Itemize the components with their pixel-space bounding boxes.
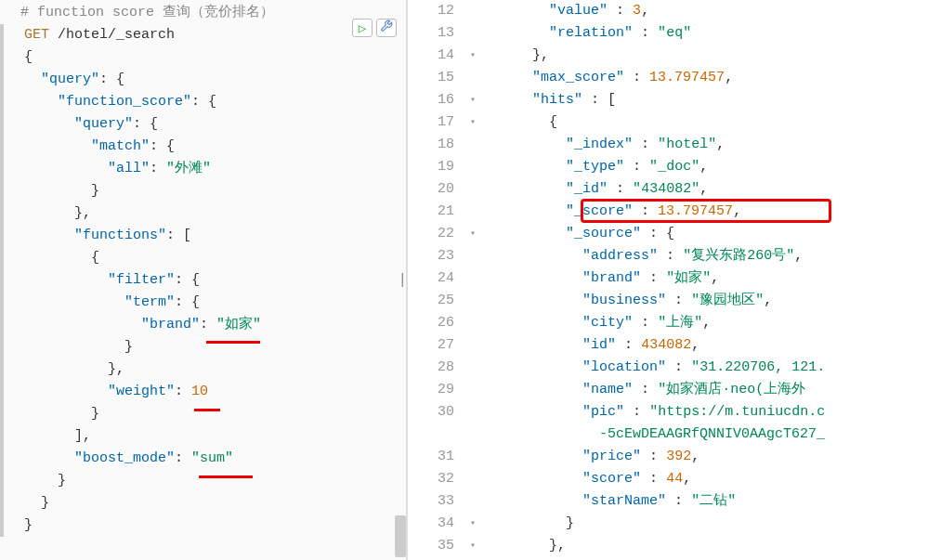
- val-score: 13.797457: [658, 203, 733, 219]
- line-number: 33: [408, 490, 464, 513]
- http-method: GET: [24, 27, 49, 43]
- editor-toolbar: ▷: [352, 19, 397, 37]
- key-query2: query: [83, 116, 124, 132]
- play-icon: ▷: [359, 20, 366, 36]
- request-path: /hotel/_search: [49, 27, 175, 43]
- key-brand: brand: [150, 317, 191, 332]
- line-number: 17: [408, 111, 464, 134]
- val-brand: 如家: [225, 317, 253, 332]
- key-score: _score: [574, 203, 624, 219]
- line-number: 15: [408, 67, 464, 89]
- query-editor-panel: ▷ # function score 查询（竞价排名） GET /hotel/_…: [0, 0, 406, 560]
- line-number: 19: [408, 156, 464, 178]
- line-number: 26: [408, 312, 464, 334]
- response-panel: 12 "value" : 3, 13 "relation" : "eq" 14▾…: [408, 0, 928, 560]
- line-number: 13: [408, 22, 464, 45]
- line-number: 25: [408, 290, 464, 312]
- line-number: 21: [408, 201, 464, 223]
- key-function-score: function_score: [66, 94, 183, 110]
- line-number: 30: [408, 401, 464, 423]
- scrollbar-thumb[interactable]: [395, 515, 406, 557]
- line-number: 35: [408, 535, 464, 557]
- line-number: 28: [408, 357, 464, 379]
- key-weight: weight: [116, 384, 166, 399]
- query-code[interactable]: # function score 查询（竞价排名） GET /hotel/_se…: [0, 0, 406, 537]
- line-number: 32: [408, 468, 464, 490]
- line-number: 29: [408, 379, 464, 401]
- line-number: 27: [408, 334, 464, 357]
- line-number: 31: [408, 446, 464, 468]
- wrench-icon: [380, 20, 393, 36]
- line-number: 16: [408, 89, 464, 111]
- key-functions: functions: [83, 228, 158, 243]
- line-number: 34: [408, 513, 464, 535]
- key-match: match: [99, 138, 141, 154]
- line-number: 14: [408, 45, 464, 67]
- val-weight: 10: [191, 384, 208, 399]
- line-number: 12: [408, 0, 464, 22]
- line-number: 18: [408, 134, 464, 156]
- line-number: 24: [408, 267, 464, 290]
- key-term: term: [133, 294, 166, 310]
- line-number: 22: [408, 223, 464, 245]
- val-all: 外滩: [175, 161, 203, 176]
- key-all: all: [116, 161, 141, 176]
- line-number: 23: [408, 245, 464, 267]
- response-code[interactable]: 12 "value" : 3, 13 "relation" : "eq" 14▾…: [408, 0, 928, 557]
- val-boost-mode: sum: [200, 450, 225, 466]
- run-button[interactable]: ▷: [352, 19, 373, 37]
- settings-button[interactable]: [376, 19, 397, 37]
- key-filter: filter: [116, 272, 166, 288]
- line-number: 20: [408, 178, 464, 201]
- comment-chinese: 查询（竞价排名）: [163, 5, 274, 20]
- comment: # function score: [20, 5, 163, 20]
- key-query: query: [49, 72, 91, 87]
- key-boost-mode: boost_mode: [83, 450, 166, 466]
